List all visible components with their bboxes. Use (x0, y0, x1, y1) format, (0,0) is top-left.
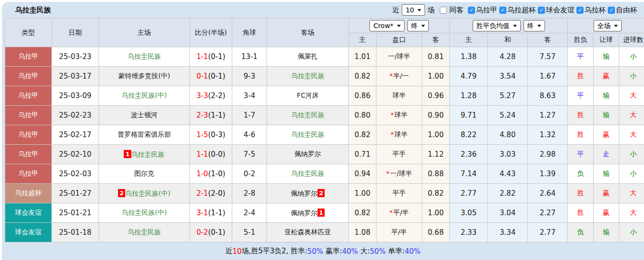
home-team-cell[interactable]: 蒙特维多竞技(中) (99, 67, 190, 86)
home-team-cell[interactable]: 乌拉圭民族(中) (99, 203, 190, 223)
match-type-cell: 乌拉甲 (5, 86, 52, 106)
col-header-home: 主场 (99, 19, 190, 47)
away-team-name: 亚松森奥林匹亚 (285, 228, 331, 236)
home-team-cell[interactable]: 乌拉圭民族 (99, 223, 190, 242)
corner-cell: 2-8 (232, 184, 267, 203)
team-matches-panel: 乌拉圭民族 近 10 场 同客 ✓乌拉甲✓乌拉超杯✓球会友谊✓乌拉杯✓自由杯 类… (2, 2, 644, 260)
avg-draw-odds-cell: 3.03 (488, 145, 528, 164)
away-team-cell[interactable]: 乌拉圭民族 (267, 164, 349, 184)
handicap-cell: 平手 (376, 184, 422, 203)
avg-odds-time-select[interactable]: 终 (524, 20, 545, 31)
away-team-cell[interactable]: 佩纳罗尔 (267, 145, 349, 164)
avg-away-odds-cell: 2.98 (528, 145, 568, 164)
league-checkbox[interactable]: ✓ (538, 7, 545, 14)
avg-away-odds-cell: 2.77 (528, 223, 568, 242)
halftime-score: (1-0) (208, 170, 225, 178)
match-rows: 乌拉甲25-03-23乌拉圭民族1-1(0-1)13-1佩莱扎1.01一/球半0… (5, 47, 644, 242)
home-team-name: 乌拉圭民族 (128, 228, 161, 236)
home-team-cell[interactable]: 乌拉圭民族(中) (99, 86, 190, 106)
away-team-name: 乌拉圭民族 (291, 72, 325, 80)
crow-away-odds-cell: 1.00 (422, 125, 450, 145)
handicap-cell: *平/半 (376, 203, 422, 223)
home-team-name: 图尔克 (134, 170, 154, 177)
league-checkbox-label: 乌拉超杯 (507, 6, 536, 15)
handicap-cell: 平手 (376, 145, 422, 164)
scope-value: 全场 (597, 21, 611, 30)
odds-company-select[interactable]: Crow* (369, 20, 404, 31)
odds-company-time-select[interactable]: 终 (407, 20, 429, 31)
away-team-name: 佩莱扎 (298, 52, 318, 60)
score-cell: 1-1(0-0) (190, 145, 232, 164)
away-team-cell[interactable]: 乌拉圭民族 (267, 125, 349, 145)
home-team-cell[interactable]: 2乌拉圭民族(中) (99, 184, 190, 203)
home-team-name: 乌拉圭民族 (131, 150, 165, 158)
crow-away-odds-cell: 0.68 (422, 223, 450, 242)
subcol-avg-draw: 和 (488, 33, 528, 47)
avg-away-odds-cell: 1.39 (528, 164, 568, 184)
away-team-cell[interactable]: 亚松森奥林匹亚 (267, 223, 349, 242)
crow-home-odds-cell: 0.82 (349, 203, 376, 223)
avg-away-odds-cell: 1.27 (528, 106, 568, 125)
avg-draw-odds-cell: 4.80 (488, 125, 528, 145)
score-cell: 2-1(2-0) (190, 184, 232, 203)
moved-odds-star: * (391, 130, 394, 138)
match-type-cell: 乌拉甲 (5, 47, 52, 67)
away-team-cell[interactable]: FC河床 (267, 86, 349, 106)
table-row: 乌拉超杯25-01-272乌拉圭民族(中)2-1(2-0)2-8佩纳罗尔21.0… (5, 184, 644, 203)
match-type-cell: 乌拉甲 (5, 106, 52, 125)
avg-draw-odds-cell: 3.34 (488, 223, 528, 242)
away-team-name: FC河床 (297, 91, 319, 99)
recent-count-select[interactable]: 10 (402, 4, 425, 16)
avg-away-odds-cell: 1.32 (528, 125, 568, 145)
avg-home-odds-cell: 9.71 (450, 106, 488, 125)
wdl-result-cell: 胜 (568, 67, 594, 86)
avg-away-odds-cell: 1.67 (528, 67, 568, 86)
handicap-result-cell: 输 (594, 47, 619, 67)
league-checkbox[interactable]: ✓ (608, 7, 615, 14)
subcol-crow-home: 主 (349, 33, 376, 47)
summary-segment: 40% (342, 247, 358, 256)
home-team-cell[interactable]: 普罗格雷索俱乐部 (99, 125, 190, 145)
league-checkbox[interactable]: ✓ (499, 7, 506, 14)
league-checkbox[interactable]: ✓ (468, 7, 475, 14)
handicap-text: 球半 (395, 130, 408, 138)
summary-segment: 50% (370, 247, 386, 256)
halftime-score: (0-1) (208, 228, 225, 237)
home-team-name: 乌拉圭民族(中) (125, 190, 170, 197)
home-team-cell[interactable]: 乌拉圭民族 (99, 47, 190, 67)
score-cell: 3-1(1-1) (190, 203, 232, 223)
avg-draw-odds-cell: 5.24 (488, 106, 528, 125)
home-team-cell[interactable]: 1乌拉圭民族 (99, 145, 190, 164)
summary-segment: 大: (358, 247, 370, 256)
handicap-result-cell: 赢 (594, 203, 619, 223)
handicap-text: 球半 (393, 91, 406, 99)
away-team-cell[interactable]: 乌拉圭民族 (267, 106, 349, 125)
table-row: 球会友谊25-01-18乌拉圭民族0-2(0-1)5-1亚松森奥林匹亚1.08平… (5, 223, 644, 242)
home-team-name: 蒙特维多竞技(中) (119, 72, 170, 80)
filter-controls: 近 10 场 同客 ✓乌拉甲✓乌拉超杯✓球会友谊✓乌拉杯✓自由杯 (392, 4, 637, 16)
summary-segment: 50% (307, 247, 323, 256)
away-team-cell[interactable]: 佩莱扎 (267, 47, 349, 67)
crow-home-odds-cell: 0.71 (349, 145, 376, 164)
away-team-cell[interactable]: 乌拉圭民族 (267, 67, 349, 86)
away-team-cell[interactable]: 佩纳罗尔2 (267, 184, 349, 203)
home-team-cell[interactable]: 波士顿河 (99, 106, 190, 125)
handicap-cell: *球半 (376, 106, 422, 125)
goals-result-cell: 大 (619, 86, 644, 106)
league-checkbox[interactable]: ✓ (576, 7, 584, 14)
corner-cell: 4-6 (232, 125, 267, 145)
table-row: 乌拉甲25-02-23波士顿河2-3(1-1)1-7乌拉圭民族0.80*球半0.… (5, 106, 644, 125)
scope-select[interactable]: 全场 (594, 20, 622, 31)
avg-home-odds-cell: 7.14 (450, 164, 488, 184)
home-team-cell[interactable]: 图尔克 (99, 164, 190, 184)
same-opponent-checkbox[interactable] (440, 7, 447, 14)
moved-odds-star: * (386, 170, 389, 177)
crow-home-odds-cell: 1.00 (349, 184, 376, 203)
avg-away-odds-cell: 2.27 (528, 203, 568, 223)
avg-odds-select[interactable]: 胜平负均值 (473, 20, 521, 31)
away-team-cell[interactable]: 佩纳罗尔1 (267, 203, 349, 223)
handicap-text: 球半 (395, 111, 408, 119)
corner-cell: 2-4 (232, 203, 267, 223)
fulltime-score: 0-1 (197, 72, 208, 80)
crow-away-odds-cell: 1.12 (422, 145, 450, 164)
